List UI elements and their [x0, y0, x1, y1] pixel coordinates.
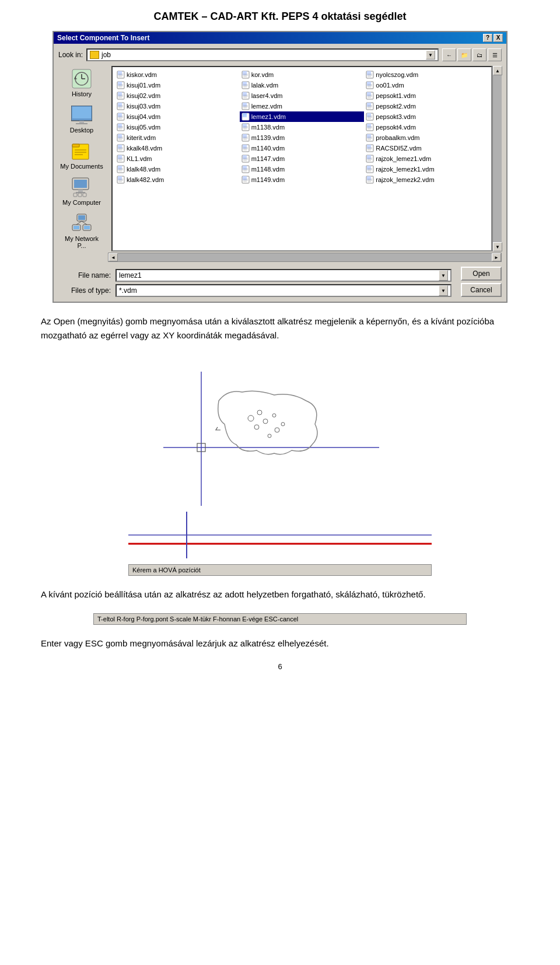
file-icon — [366, 71, 374, 79]
sidebar-mynetwork-label: My Network P... — [60, 235, 104, 249]
action-buttons: Open Cancel — [461, 267, 502, 297]
file-item[interactable]: m1148.vdm — [240, 164, 365, 174]
statusbar-container-2: T-eltol R-forg P-forg.pont S-scale M-tük… — [93, 613, 467, 625]
file-name: kiterit.vdm — [127, 134, 156, 141]
file-item[interactable]: kiterit.vdm — [115, 132, 240, 143]
up-btn[interactable]: 📁 — [457, 48, 471, 61]
file-item[interactable]: pepsokt1.vdm — [364, 90, 489, 101]
sidebar-item-mycomputer[interactable]: My Computer — [58, 174, 105, 208]
file-item[interactable]: kiskor.vdm — [115, 69, 240, 80]
view-btn[interactable]: ☰ — [488, 48, 502, 61]
svg-rect-154 — [243, 155, 247, 159]
file-name: kisuj04.vdm — [127, 113, 160, 120]
file-item[interactable]: kkalk48.vdm — [115, 143, 240, 153]
file-item[interactable]: kisuj03.vdm — [115, 101, 240, 111]
svg-rect-104 — [118, 124, 122, 128]
file-item[interactable]: kisuj05.vdm — [115, 122, 240, 132]
file-item[interactable]: kisuj01.vdm — [115, 80, 240, 90]
file-item[interactable]: pepsokt4.vdm — [364, 122, 489, 132]
lookin-dropdown-btn[interactable]: ▼ — [426, 50, 435, 60]
file-icon — [117, 92, 125, 100]
sidebar-item-mydocuments[interactable]: My Documents — [58, 138, 105, 172]
file-name: klalk48.vdm — [127, 166, 160, 173]
file-item[interactable]: rajzok_lemezk1.vdm — [364, 164, 489, 174]
file-item[interactable]: lemez.vdm — [240, 101, 365, 111]
filename-input[interactable]: lemez1 ▼ — [116, 269, 452, 282]
file-name: m1140.vdm — [251, 145, 285, 152]
open-button[interactable]: Open — [461, 267, 502, 281]
file-item[interactable]: m1140.vdm — [240, 143, 365, 153]
sidebar-mydocuments-label: My Documents — [60, 163, 103, 170]
file-item[interactable]: klalk482.vdm — [115, 174, 240, 185]
new-folder-btn[interactable]: 🗂 — [473, 48, 487, 61]
lookin-combo[interactable]: job ▼ — [86, 48, 439, 61]
file-item[interactable]: lalak.vdm — [240, 80, 365, 90]
file-item[interactable]: kisuj04.vdm — [115, 111, 240, 122]
page-number: 6 — [0, 662, 560, 671]
file-name: kisuj02.vdm — [127, 92, 160, 99]
hscroll-right-btn[interactable]: ► — [492, 253, 501, 261]
svg-rect-6 — [79, 121, 84, 123]
sidebar-history-label: History — [72, 90, 92, 97]
hscroll-left-btn[interactable]: ◄ — [108, 253, 118, 261]
paragraph-2: A kívánt pozíció beállítása után az alka… — [41, 588, 519, 602]
file-item[interactable]: m1149.vdm — [240, 174, 365, 185]
file-name: kisuj05.vdm — [127, 124, 160, 131]
statusbar-2-text: T-eltol R-forg P-forg.pont S-scale M-tük… — [97, 616, 298, 623]
file-name: kiskor.vdm — [127, 71, 157, 78]
file-name: m1138.vdm — [251, 124, 285, 131]
statusbar-1-text: Kérem a HOVÁ pozíciót — [132, 567, 201, 574]
svg-point-202 — [275, 428, 279, 432]
file-item[interactable]: pepsokt2.vdm — [364, 101, 489, 111]
file-name: m1147.vdm — [251, 155, 285, 162]
hscrollbar-track[interactable]: ◄ ► — [108, 253, 502, 262]
svg-rect-64 — [243, 92, 247, 96]
file-item[interactable]: rajzok_lemezk2.vdm — [364, 174, 489, 185]
file-item[interactable]: nyolcszog.vdm — [364, 69, 489, 80]
file-item[interactable]: pepsokt3.vdm — [364, 111, 489, 122]
filename-dropdown[interactable]: ▼ — [439, 270, 448, 281]
file-item[interactable]: m1138.vdm — [240, 122, 365, 132]
file-item[interactable]: klalk48.vdm — [115, 164, 240, 174]
cancel-button[interactable]: Cancel — [461, 283, 502, 297]
file-icon — [242, 123, 250, 131]
scroll-track[interactable] — [493, 75, 502, 242]
file-icon — [242, 144, 250, 152]
text-section-1: Az Open (megnyitás) gomb megnyomása után… — [41, 314, 519, 342]
svg-rect-189 — [367, 176, 371, 180]
svg-rect-15 — [78, 190, 83, 192]
file-item[interactable]: lemez1.vdm — [240, 111, 365, 122]
file-item[interactable]: oo01.vdm — [364, 80, 489, 90]
file-item[interactable]: rajzok_lemez1.vdm — [364, 153, 489, 164]
svg-rect-14 — [74, 180, 87, 188]
dialog-body: Look in: job ▼ ← 📁 🗂 ☰ — [54, 44, 506, 302]
svg-rect-84 — [367, 103, 371, 107]
file-item[interactable]: KL1.vdm — [115, 153, 240, 164]
dialog-title: Select Component To Insert — [57, 34, 149, 42]
hscroll-thumb-area[interactable] — [118, 253, 492, 261]
filetype-dropdown[interactable]: ▼ — [439, 285, 448, 296]
file-icon — [242, 81, 250, 89]
file-item[interactable]: probaalkm.vdm — [364, 132, 489, 143]
scroll-down-btn[interactable]: ▼ — [493, 242, 502, 251]
scrollbar[interactable]: ▲ ▼ — [492, 66, 502, 251]
filetype-input[interactable]: *.vdm ▼ — [116, 284, 452, 297]
toolbar-icons: ← 📁 🗂 ☰ — [442, 48, 502, 61]
sidebar-item-history[interactable]: History — [58, 66, 105, 100]
file-item[interactable]: RACSDI5Z.vdm — [364, 143, 489, 153]
svg-rect-74 — [118, 103, 122, 107]
sidebar-item-mynetwork[interactable]: My Network P... — [58, 211, 105, 251]
file-item[interactable]: m1139.vdm — [240, 132, 365, 143]
file-item[interactable]: kisuj02.vdm — [115, 90, 240, 101]
scroll-up-btn[interactable]: ▲ — [493, 66, 502, 75]
sidebar-item-desktop[interactable]: Desktop — [58, 102, 105, 136]
file-icon — [366, 134, 374, 142]
back-btn[interactable]: ← — [442, 48, 456, 61]
close-button[interactable]: X — [494, 34, 503, 42]
help-button[interactable]: ? — [483, 34, 492, 42]
filename-row: File name: lemez1 ▼ — [58, 269, 452, 282]
file-item[interactable]: kor.vdm — [240, 69, 365, 80]
file-item[interactable]: laser4.vdm — [240, 90, 365, 101]
file-name: lalak.vdm — [251, 82, 278, 89]
file-item[interactable]: m1147.vdm — [240, 153, 365, 164]
